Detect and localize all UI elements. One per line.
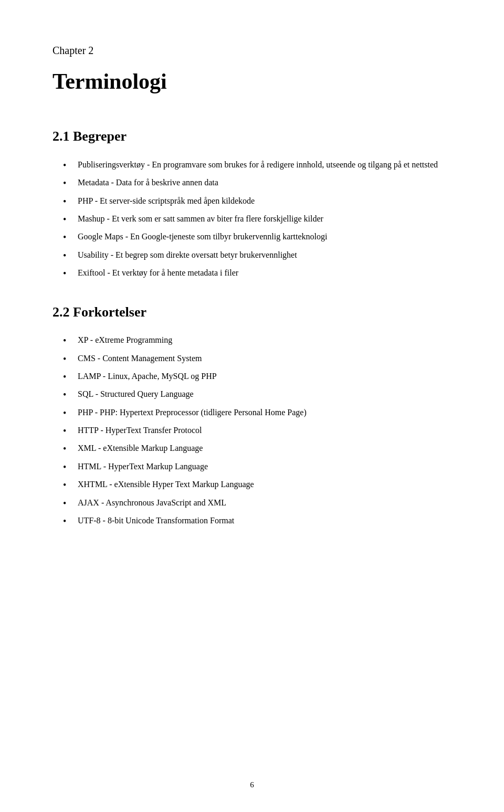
forkortelser-list: XP - eXtreme Programming CMS - Content M… [63, 333, 452, 528]
list-item: PHP - PHP: Hypertext Preprocessor (tidli… [63, 406, 452, 419]
chapter-title: Terminologi [52, 64, 452, 99]
list-item: XP - eXtreme Programming [63, 333, 452, 347]
list-item: PHP - Et server-side scriptspråk med åpe… [63, 194, 452, 208]
list-item: CMS - Content Management System [63, 352, 452, 365]
section-begreper-heading: 2.1 Begreper [52, 125, 452, 147]
list-item: SQL - Structured Query Language [63, 387, 452, 401]
chapter-label: Chapter 2 [52, 42, 452, 59]
list-item: HTML - HyperText Markup Language [63, 460, 452, 473]
page-number: 6 [250, 778, 254, 791]
section-begreper: 2.1 Begreper Publiseringsverktøy - En pr… [52, 125, 452, 280]
section-forkortelser-heading: 2.2 Forkortelser [52, 301, 452, 323]
list-item: Exiftool - Et verktøy for å hente metada… [63, 266, 452, 280]
begreper-list: Publiseringsverktøy - En programvare som… [63, 158, 452, 280]
list-item: XHTML - eXtensible Hyper Text Markup Lan… [63, 478, 452, 491]
list-item: LAMP - Linux, Apache, MySQL og PHP [63, 370, 452, 383]
list-item: Publiseringsverktøy - En programvare som… [63, 158, 452, 172]
section-forkortelser: 2.2 Forkortelser XP - eXtreme Programmin… [52, 301, 452, 528]
list-item: Usability - Et begrep som direkte oversa… [63, 248, 452, 262]
list-item: Mashup - Et verk som er satt sammen av b… [63, 212, 452, 226]
list-item: AJAX - Asynchronous JavaScript and XML [63, 496, 452, 510]
list-item: HTTP - HyperText Transfer Protocol [63, 424, 452, 437]
list-item: Google Maps - En Google-tjeneste som til… [63, 230, 452, 244]
list-item: XML - eXtensible Markup Language [63, 441, 452, 455]
page: Chapter 2 Terminologi 2.1 Begreper Publi… [0, 0, 504, 812]
list-item: UTF-8 - 8-bit Unicode Transformation For… [63, 514, 452, 528]
list-item: Metadata - Data for å beskrive annen dat… [63, 176, 452, 189]
